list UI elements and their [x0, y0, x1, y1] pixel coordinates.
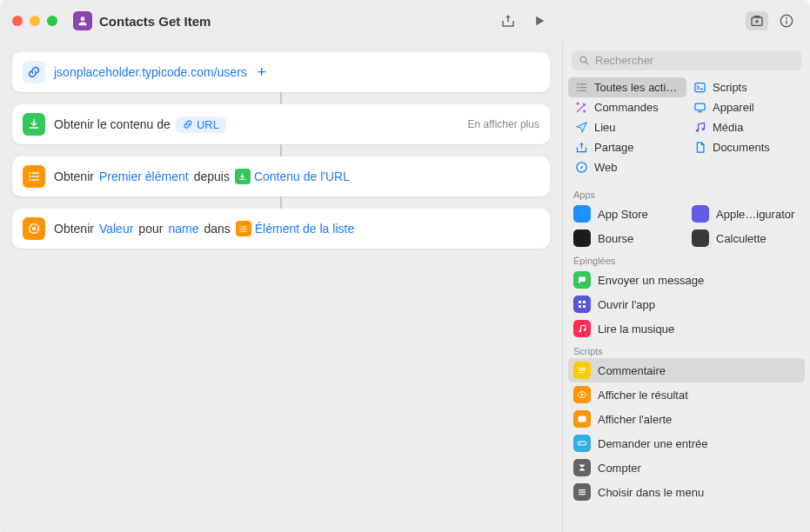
item-label: Afficher le résultat — [598, 389, 688, 402]
url-value[interactable]: jsonplaceholder.typicode.com/users — [54, 65, 247, 79]
show-more-link[interactable]: En afficher plus — [468, 118, 540, 130]
search-icon — [579, 55, 590, 66]
category-label: Documents — [713, 141, 770, 154]
item-label: Lire la musique — [598, 323, 674, 336]
action-url[interactable]: jsonplaceholder.typicode.com/users + — [12, 52, 550, 92]
app-icon — [573, 205, 591, 223]
library-item[interactable]: Afficher l'alerte — [568, 407, 805, 431]
section-scripts-label: Scripts — [563, 341, 810, 358]
music-icon — [693, 121, 706, 134]
library-item[interactable]: Calculette — [686, 226, 805, 250]
item-label: Demander une entrée — [598, 437, 707, 450]
library-item[interactable]: Choisir dans le menu — [568, 480, 805, 504]
app-icon — [573, 296, 591, 313]
library-item[interactable]: Bourse — [568, 226, 686, 250]
category-web[interactable]: Web — [568, 157, 686, 177]
item-label: Bourse — [598, 232, 633, 245]
doc-icon — [693, 141, 706, 154]
item-label: App Store — [598, 208, 648, 221]
toolbar-right — [500, 13, 547, 29]
library-add-button[interactable] — [746, 11, 768, 30]
add-url-button[interactable]: + — [252, 63, 271, 82]
category-scripts[interactable]: Scripts — [686, 77, 805, 97]
library-item[interactable]: Compter — [568, 456, 805, 480]
app-icon — [573, 386, 591, 403]
app-icon — [573, 271, 591, 289]
library-item[interactable]: Lire la musique — [568, 316, 805, 341]
device-icon — [693, 101, 706, 114]
value-param[interactable]: Valeur — [99, 222, 133, 236]
action-get-value[interactable]: Obtenir Valeur pour name dans Élément de… — [12, 209, 550, 249]
minimize-window-button[interactable] — [30, 16, 40, 26]
app-icon — [692, 205, 709, 223]
category-m-dia[interactable]: Média — [686, 117, 805, 137]
close-window-button[interactable] — [12, 16, 23, 26]
app-icon — [573, 229, 591, 247]
shortcut-app-icon — [73, 11, 92, 30]
category-lieu[interactable]: Lieu — [568, 117, 686, 137]
item-label: Calculette — [716, 232, 766, 245]
category-partage[interactable]: Partage — [568, 137, 686, 157]
app-icon — [573, 410, 591, 428]
category-grid: Toutes les acti…ScriptsCommandesAppareil… — [563, 76, 810, 184]
which-param[interactable]: Premier élément — [99, 170, 189, 183]
library-item[interactable]: Apple…igurator — [686, 202, 805, 226]
category-commandes[interactable]: Commandes — [568, 97, 686, 117]
library-item[interactable]: Demander une entrée — [568, 431, 805, 456]
action-library-sidebar: Toutes les acti…ScriptsCommandesAppareil… — [562, 42, 810, 532]
url-param-pill[interactable]: URL — [176, 116, 226, 133]
action-get-item[interactable]: Obtenir Premier élément depuis Contenu d… — [12, 156, 550, 196]
search-input[interactable] — [595, 54, 794, 67]
app-window: Contacts Get Item jsonplaceholder.typico… — [0, 0, 810, 532]
action-label: Obtenir le contenu de — [54, 117, 171, 131]
list-icon — [236, 221, 251, 236]
list-icon — [23, 165, 45, 188]
titlebar: Contacts Get Item — [0, 0, 810, 42]
action-get-contents[interactable]: Obtenir le contenu de URL En afficher pl… — [12, 104, 550, 144]
from-label: depuis — [194, 170, 230, 183]
download-icon — [235, 169, 251, 184]
wand-icon — [575, 101, 588, 114]
app-icon — [573, 435, 591, 452]
search-field[interactable] — [572, 50, 801, 70]
key-param[interactable]: name — [168, 222, 198, 236]
library-item[interactable]: Afficher le résultat — [568, 382, 805, 407]
list-item-pill[interactable]: Élément de la liste — [236, 221, 354, 236]
list-icon — [575, 81, 588, 94]
app-icon — [573, 362, 591, 379]
source-pill[interactable]: Contenu de l'URL — [235, 169, 350, 184]
item-label: Compter — [598, 462, 641, 475]
category-documents[interactable]: Documents — [686, 137, 805, 157]
item-label: Apple…igurator — [716, 208, 794, 221]
category-toutes-les-acti-[interactable]: Toutes les acti… — [568, 77, 686, 97]
category-label: Web — [594, 161, 618, 174]
item-label: Afficher l'alerte — [598, 413, 672, 426]
connector — [280, 92, 282, 104]
category-label: Lieu — [594, 121, 616, 134]
item-label: Choisir dans le menu — [598, 486, 704, 499]
category-label: Partage — [594, 141, 634, 154]
link-icon — [23, 61, 45, 83]
library-item[interactable]: Commentaire — [568, 358, 805, 382]
info-icon[interactable] — [779, 13, 794, 29]
app-icon — [573, 483, 591, 501]
window-title: Contacts Get Item — [99, 14, 493, 29]
run-icon[interactable] — [532, 13, 547, 29]
library-item[interactable]: App Store — [568, 202, 686, 226]
connector — [280, 196, 282, 209]
for-label: pour — [138, 222, 163, 236]
share-icon — [575, 141, 588, 154]
category-appareil[interactable]: Appareil — [686, 97, 805, 117]
section-apps-label: Apps — [563, 184, 810, 202]
app-icon — [692, 229, 709, 247]
download-icon — [23, 113, 45, 136]
item-label: Envoyer un message — [598, 274, 704, 287]
action-label: Obtenir — [54, 170, 94, 183]
share-icon[interactable] — [500, 13, 516, 29]
connector — [280, 144, 282, 156]
library-item[interactable]: Envoyer un message — [568, 268, 805, 292]
location-icon — [575, 121, 588, 134]
library-item[interactable]: Ouvrir l'app — [568, 292, 805, 316]
fullscreen-window-button[interactable] — [47, 16, 57, 26]
workflow-canvas: jsonplaceholder.typicode.com/users + Obt… — [0, 42, 562, 532]
